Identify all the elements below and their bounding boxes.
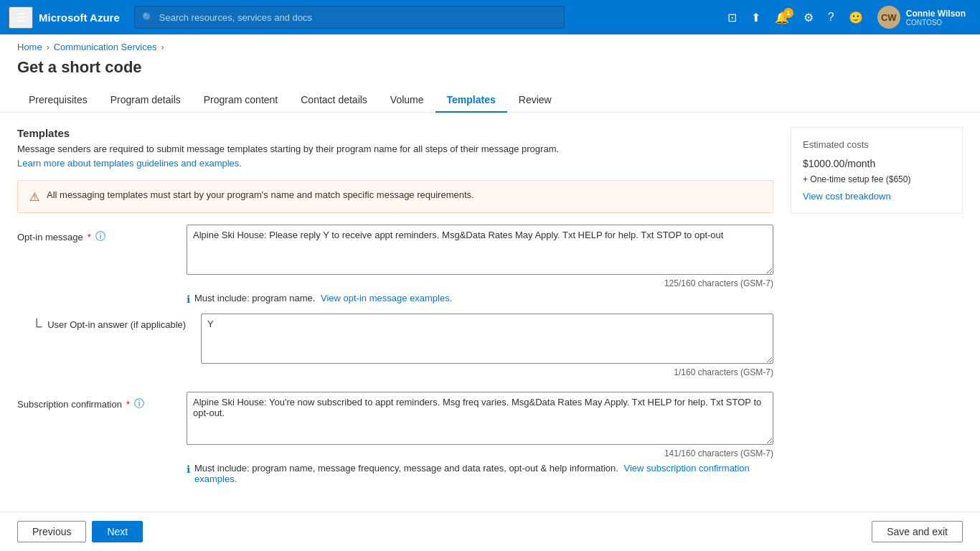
main-wrapper: Home › Communication Services › Get a sh…: [0, 34, 980, 551]
tab-templates[interactable]: Templates: [435, 88, 507, 113]
tab-contact-details[interactable]: Contact details: [289, 88, 379, 113]
subscription-label-group: Subscription confirmation * ⓘ: [17, 392, 175, 410]
opt-in-char-count: 125/160 characters (GSM-7): [187, 278, 773, 288]
opt-in-examples-link[interactable]: View opt-in message examples.: [321, 293, 452, 303]
warning-box: ⚠ All messaging templates must start by …: [17, 180, 773, 213]
tab-prerequisites[interactable]: Prerequisites: [17, 88, 99, 113]
avatar: CW: [877, 6, 900, 29]
user-org: CONTOSO: [906, 19, 966, 27]
subscription-hint: ℹ Must include: program name, message fr…: [187, 463, 773, 484]
user-info: Connie Wilson CONTOSO: [906, 9, 966, 27]
top-navigation: ☰ Microsoft Azure 🔍 ⊡ ⬆ 🔔 1 ⚙ ? 🙂 CW Con…: [0, 0, 980, 34]
opt-in-required-star: *: [88, 232, 91, 242]
learn-more-link[interactable]: Learn more about templates guidelines an…: [17, 158, 242, 169]
cloud-shell-button[interactable]: ⊡: [722, 6, 743, 29]
tab-bar: Prerequisites Program details Program co…: [0, 88, 980, 113]
subscription-info-icon[interactable]: ⓘ: [134, 397, 144, 410]
topnav-icon-group: ⊡ ⬆ 🔔 1 ⚙ ? 🙂 CW Connie Wilson CONTOSO: [722, 3, 971, 32]
search-input[interactable]: [159, 12, 557, 23]
user-opt-in-field-group: Y 1/160 characters (GSM-7): [201, 314, 773, 377]
tab-program-details[interactable]: Program details: [99, 88, 192, 113]
cost-card: Estimated costs $1000.00/month + One-tim…: [791, 127, 963, 214]
search-icon: 🔍: [142, 12, 154, 23]
opt-in-message-row: Opt-in message * ⓘ Alpine Ski House: Ple…: [17, 225, 773, 305]
bottom-bar: Previous Next Save and exit: [0, 512, 980, 551]
cost-setup-fee: + One-time setup fee ($650): [803, 174, 951, 184]
breadcrumb-sep-2: ›: [161, 42, 164, 52]
breadcrumb-service[interactable]: Communication Services: [54, 42, 157, 52]
opt-in-hint: ℹ Must include: program name. View opt-i…: [187, 293, 773, 305]
user-name: Connie Wilson: [906, 9, 966, 19]
main-content: Templates Message senders are required t…: [17, 127, 773, 497]
upload-button[interactable]: ⬆: [745, 6, 766, 29]
subscription-textarea[interactable]: Alpine Ski House: You're now subscribed …: [187, 392, 773, 445]
user-opt-in-label: User Opt-in answer (if applicable): [47, 319, 186, 330]
cost-amount: $1000.00/month: [803, 153, 951, 171]
subscription-confirmation-row: Subscription confirmation * ⓘ Alpine Ski…: [17, 392, 773, 484]
previous-button[interactable]: Previous: [17, 521, 86, 542]
user-opt-in-textarea[interactable]: Y: [201, 314, 773, 364]
subscription-char-count: 141/160 characters (GSM-7): [187, 448, 773, 458]
opt-in-label: Opt-in message: [17, 232, 83, 242]
breadcrumb: Home › Communication Services ›: [0, 34, 980, 55]
help-icon: ?: [828, 11, 834, 23]
subscription-hint-icon: ℹ: [187, 463, 190, 475]
user-opt-in-row: └ User Opt-in answer (if applicable) Y 1…: [32, 314, 773, 377]
bottom-bar-left: Previous Next: [17, 521, 143, 542]
tab-volume[interactable]: Volume: [379, 88, 435, 113]
cloud-shell-icon: ⊡: [727, 11, 737, 24]
tab-review[interactable]: Review: [507, 88, 563, 113]
user-opt-in-char-count: 1/160 characters (GSM-7): [201, 367, 773, 377]
opt-in-info-icon[interactable]: ⓘ: [95, 230, 105, 243]
upload-icon: ⬆: [751, 11, 760, 24]
opt-in-field-group: Alpine Ski House: Please reply Y to rece…: [187, 225, 773, 305]
user-menu[interactable]: CW Connie Wilson CONTOSO: [872, 3, 971, 32]
opt-in-hint-text: Must include: program name. View opt-in …: [194, 293, 452, 303]
opt-in-label-group: Opt-in message * ⓘ: [17, 225, 175, 243]
breadcrumb-home[interactable]: Home: [17, 42, 42, 52]
next-button[interactable]: Next: [92, 521, 143, 542]
hamburger-menu-button[interactable]: ☰: [9, 6, 33, 29]
subscription-hint-text: Must include: program name, message freq…: [194, 463, 773, 484]
section-description: Message senders are required to submit m…: [17, 143, 773, 154]
cost-label: Estimated costs: [803, 139, 951, 150]
feedback-button[interactable]: 🙂: [843, 6, 869, 29]
subscription-label: Subscription confirmation: [17, 399, 122, 410]
search-bar[interactable]: 🔍: [134, 6, 565, 29]
content-area: Templates Message senders are required t…: [0, 113, 980, 512]
notifications-button[interactable]: 🔔 1: [769, 6, 795, 29]
page-title: Get a short code: [0, 55, 980, 88]
save-exit-button[interactable]: Save and exit: [872, 521, 963, 542]
brand-label: Microsoft Azure: [39, 11, 120, 24]
cost-amount-value: $1000.00: [803, 158, 844, 169]
notification-badge: 1: [783, 8, 793, 18]
warning-text: All messaging templates must start by yo…: [47, 189, 474, 200]
opt-in-hint-icon: ℹ: [187, 293, 190, 305]
warning-icon: ⚠: [29, 190, 39, 204]
sidebar-cost-card: Estimated costs $1000.00/month + One-tim…: [791, 127, 963, 497]
cost-breakdown-link[interactable]: View cost breakdown: [803, 191, 891, 202]
cost-period: /month: [844, 158, 875, 169]
tab-program-content[interactable]: Program content: [192, 88, 290, 113]
subscription-required-star: *: [126, 399, 130, 410]
subscription-field-group: Alpine Ski House: You're now subscribed …: [187, 392, 773, 484]
settings-button[interactable]: ⚙: [798, 6, 819, 29]
opt-in-textarea[interactable]: Alpine Ski House: Please reply Y to rece…: [187, 225, 773, 275]
help-button[interactable]: ?: [822, 6, 840, 28]
feedback-icon: 🙂: [849, 11, 863, 24]
section-title: Templates: [17, 127, 773, 139]
gear-icon: ⚙: [804, 11, 814, 24]
breadcrumb-sep-1: ›: [47, 42, 50, 52]
